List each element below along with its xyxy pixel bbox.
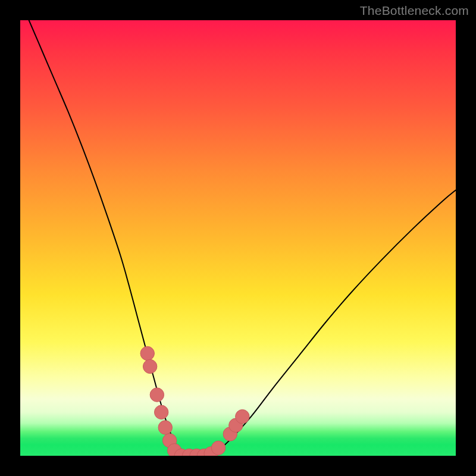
data-marker <box>211 441 225 455</box>
chart-svg <box>20 20 456 456</box>
data-marker <box>150 388 164 402</box>
data-marker <box>140 346 154 360</box>
data-marker <box>158 421 172 434</box>
plot-area <box>20 20 456 456</box>
chart-frame: TheBottleneck.com <box>0 0 476 476</box>
watermark-text: TheBottleneck.com <box>360 4 469 18</box>
bottleneck-curve <box>29 20 456 456</box>
data-marker <box>154 405 168 419</box>
curve-layer <box>29 20 456 456</box>
data-marker <box>143 359 156 373</box>
data-marker <box>236 409 249 423</box>
marker-layer <box>140 346 249 456</box>
